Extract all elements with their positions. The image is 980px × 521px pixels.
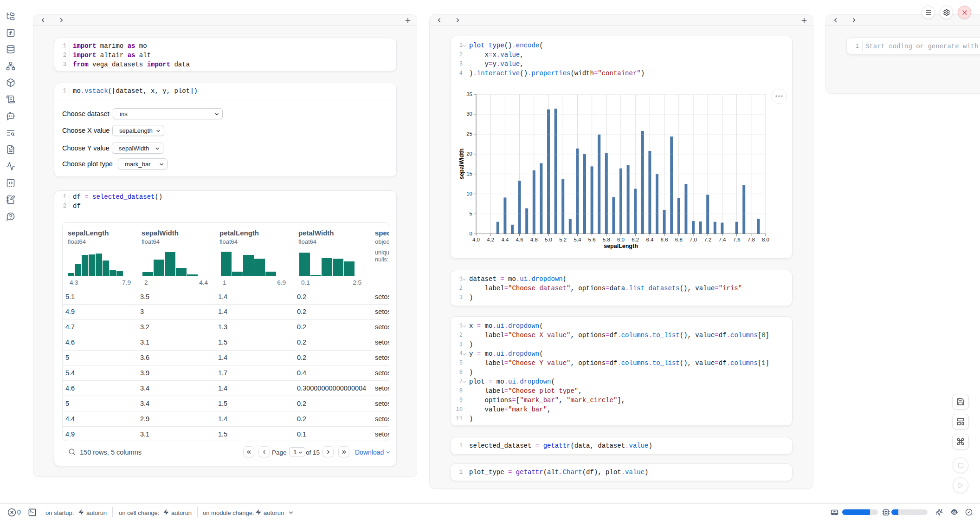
svg-text:5.6: 5.6 [588,237,596,242]
svg-text:6.2: 6.2 [632,237,639,242]
svg-text:6.4: 6.4 [646,237,654,242]
svg-text:7.2: 7.2 [704,237,711,242]
svg-text:10: 10 [466,191,472,196]
svg-text:7.6: 7.6 [733,237,741,242]
svg-text:4.4: 4.4 [501,237,509,242]
svg-text:4.0: 4.0 [472,237,480,242]
svg-text:5.2: 5.2 [559,237,567,242]
svg-text:5.8: 5.8 [603,237,610,242]
svg-text:15: 15 [466,171,472,176]
svg-text:7.4: 7.4 [718,237,726,242]
svg-text:5.4: 5.4 [574,237,581,242]
svg-text:0: 0 [470,231,472,236]
svg-text:sepalWidth: sepalWidth [458,149,465,180]
svg-text:30: 30 [466,111,472,117]
svg-text:5.0: 5.0 [545,237,552,242]
svg-text:sepalLength: sepalLength [604,243,638,249]
svg-text:4.2: 4.2 [487,237,494,242]
svg-text:6.6: 6.6 [661,237,668,242]
svg-text:25: 25 [466,131,472,137]
svg-text:7.0: 7.0 [690,237,697,242]
svg-text:4.6: 4.6 [516,237,523,242]
svg-text:5: 5 [470,211,472,216]
svg-text:4.8: 4.8 [530,237,538,242]
svg-text:6.8: 6.8 [675,237,683,242]
svg-text:20: 20 [466,151,472,156]
svg-text:7.8: 7.8 [748,237,755,242]
svg-text:8.0: 8.0 [762,237,769,242]
svg-text:35: 35 [466,91,472,97]
svg-text:6.0: 6.0 [617,237,625,242]
